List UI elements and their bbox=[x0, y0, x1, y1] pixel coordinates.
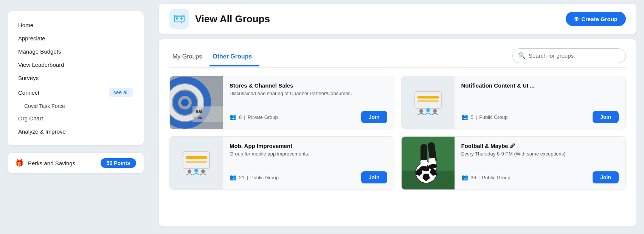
people-icon-football: 👥 bbox=[461, 174, 469, 181]
member-count-notification: 5 bbox=[471, 114, 473, 120]
group-info-football: Football & Maybe 🖊 Every Thursday 8-9 PM… bbox=[455, 137, 626, 189]
join-button-notification[interactable]: Join bbox=[593, 111, 619, 123]
sidebar-item-appreciate[interactable]: Appreciate bbox=[17, 32, 135, 45]
svg-point-23 bbox=[188, 169, 191, 173]
group-name-notification: Notification Content & UI ... bbox=[461, 82, 619, 89]
sidebar-item-connect[interactable]: Connect see all bbox=[17, 85, 135, 100]
group-card-notification: Notification Content & UI ... 👥 5 | Publ… bbox=[401, 76, 626, 129]
svg-rect-14 bbox=[415, 91, 441, 108]
group-meta-football: 👥 36 | Public Group bbox=[461, 174, 511, 181]
svg-text:chan: chan bbox=[194, 115, 203, 120]
sidebar-nav: Home Appreciate Manage Budgets View Lead… bbox=[8, 11, 144, 145]
group-info-stores: Stores & Channel Sales Discussion/Lead s… bbox=[223, 76, 394, 129]
svg-rect-20 bbox=[183, 152, 209, 169]
page-title: View All Groups bbox=[195, 13, 270, 25]
tab-other-groups[interactable]: Other Groups bbox=[209, 49, 259, 66]
sidebar-item-surveys[interactable]: Surveys bbox=[17, 72, 135, 84]
search-icon: 🔍 bbox=[518, 52, 526, 59]
svg-point-18 bbox=[426, 108, 430, 112]
svg-point-37 bbox=[419, 166, 428, 171]
group-type-notification: Public Group bbox=[479, 114, 507, 120]
svg-point-19 bbox=[433, 109, 437, 113]
group-image-stores: sal chan bbox=[170, 76, 223, 129]
sidebar-item-org-chart[interactable]: Org Chart bbox=[17, 112, 135, 125]
svg-rect-15 bbox=[417, 96, 439, 99]
group-image-football bbox=[402, 137, 455, 189]
group-meta-notification: 👥 5 | Public Group bbox=[461, 114, 508, 120]
search-box: 🔍 bbox=[512, 48, 626, 63]
perks-label: Perks and Savings bbox=[28, 160, 96, 166]
group-footer-notification: 👥 5 | Public Group Join bbox=[461, 111, 619, 123]
group-card-mob-app: Mob. App Improvement Group for mobile ap… bbox=[169, 136, 394, 190]
plus-icon: ⊕ bbox=[574, 15, 579, 22]
group-image-mob-app bbox=[170, 137, 223, 189]
tabs-search-row: My Groups Other Groups 🔍 bbox=[169, 48, 626, 68]
svg-text:sal: sal bbox=[196, 108, 202, 114]
sidebar: Home Appreciate Manage Budgets View Lead… bbox=[0, 0, 151, 234]
group-type-football: Public Group bbox=[482, 175, 510, 180]
group-name-stores: Stores & Channel Sales bbox=[230, 82, 387, 89]
group-footer-football: 👥 36 | Public Group Join bbox=[461, 171, 619, 183]
group-type-stores: Private Group bbox=[248, 114, 278, 120]
create-group-button[interactable]: ⊕ Create Group bbox=[566, 12, 626, 26]
join-button-mob-app[interactable]: Join bbox=[361, 171, 387, 183]
svg-rect-0 bbox=[174, 15, 184, 22]
header-bar: View All Groups ⊕ Create Group bbox=[159, 4, 636, 34]
sidebar-item-covid-task-force[interactable]: Covid Task Force bbox=[17, 101, 135, 111]
group-type-mob-app: Public Group bbox=[250, 175, 279, 180]
sidebar-item-home[interactable]: Home bbox=[17, 19, 135, 31]
group-name-football: Football & Maybe 🖊 bbox=[461, 143, 619, 149]
svg-rect-22 bbox=[186, 161, 207, 163]
group-desc-football: Every Thursday 8-9 PM (With some excepti… bbox=[461, 151, 619, 168]
group-card-stores-channel: sal chan Stores & Channel Sales Discussi… bbox=[169, 76, 394, 129]
svg-rect-16 bbox=[417, 100, 439, 102]
group-card-football: Football & Maybe 🖊 Every Thursday 8-9 PM… bbox=[401, 136, 626, 190]
svg-point-2 bbox=[180, 17, 183, 20]
tabs-row: My Groups Other Groups bbox=[169, 49, 259, 66]
group-info-mob-app: Mob. App Improvement Group for mobile ap… bbox=[223, 137, 394, 189]
sidebar-item-analyze-improve[interactable]: Analyze & Improve bbox=[17, 125, 135, 138]
content-panel: My Groups Other Groups 🔍 bbox=[159, 39, 636, 226]
join-button-stores[interactable]: Join bbox=[361, 111, 387, 123]
group-desc-mob-app: Group for mobile app improvements. bbox=[230, 151, 387, 168]
search-input[interactable] bbox=[529, 52, 619, 59]
group-desc-notification bbox=[461, 90, 619, 108]
svg-rect-21 bbox=[186, 156, 207, 159]
header-left: View All Groups bbox=[169, 9, 270, 29]
people-icon-notification: 👥 bbox=[461, 114, 469, 120]
main-content: View All Groups ⊕ Create Group My Groups… bbox=[151, 0, 644, 234]
member-count-football: 36 bbox=[471, 175, 476, 180]
perks-icon: 🎁 bbox=[15, 159, 23, 167]
group-desc-stores: Discussion/Lead sharing of Channel Partn… bbox=[230, 90, 387, 108]
svg-point-25 bbox=[201, 169, 205, 173]
svg-point-17 bbox=[419, 109, 423, 113]
svg-point-1 bbox=[176, 17, 178, 20]
see-all-button[interactable]: see all bbox=[109, 88, 133, 97]
member-count-mob-app: 21 bbox=[239, 175, 244, 180]
groups-icon bbox=[169, 9, 189, 29]
group-image-notification bbox=[402, 76, 455, 129]
join-button-football[interactable]: Join bbox=[593, 171, 619, 183]
perks-box: 🎁 Perks and Savings 50 Points bbox=[8, 153, 144, 173]
group-footer-mob-app: 👥 21 | Public Group Join bbox=[230, 171, 387, 183]
svg-point-24 bbox=[194, 169, 198, 172]
points-badge: 50 Points bbox=[101, 158, 136, 168]
tab-my-groups[interactable]: My Groups bbox=[169, 49, 209, 66]
sidebar-item-view-leaderboard[interactable]: View Leaderboard bbox=[17, 58, 135, 71]
group-info-notification: Notification Content & UI ... 👥 5 | Publ… bbox=[455, 76, 626, 129]
group-footer-stores: 👥 8 | Private Group Join bbox=[230, 111, 387, 123]
group-meta-mob-app: 👥 21 | Public Group bbox=[230, 174, 279, 181]
sidebar-item-manage-budgets[interactable]: Manage Budgets bbox=[17, 45, 135, 58]
group-name-mob-app: Mob. App Improvement bbox=[230, 143, 387, 149]
groups-grid: sal chan Stores & Channel Sales Discussi… bbox=[169, 76, 626, 190]
member-count-stores: 8 bbox=[239, 114, 242, 120]
svg-point-10 bbox=[181, 99, 189, 106]
group-meta-stores: 👥 8 | Private Group bbox=[230, 114, 278, 120]
people-icon-stores: 👥 bbox=[230, 114, 237, 120]
people-icon-mob-app: 👥 bbox=[230, 174, 237, 181]
